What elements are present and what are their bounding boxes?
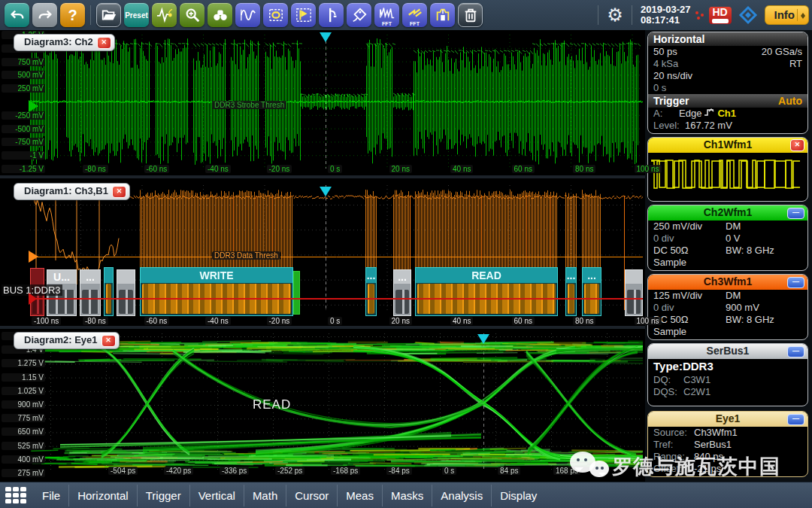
plot-area (0, 30, 645, 482)
bus-segment-write[interactable]: WRITE (140, 267, 293, 316)
ch3-card-header[interactable]: Ch3Wfm1 — (648, 275, 807, 290)
toolbar-measurement-button[interactable] (319, 3, 344, 27)
bus-segment-[interactable]: ... (80, 269, 101, 316)
menu-item-masks[interactable]: Masks (382, 485, 432, 506)
tab-diagram2[interactable]: Diagram2: Eye1 ✕ (14, 332, 120, 349)
toolbar-zoom-button[interactable] (180, 3, 205, 27)
bus-segment-[interactable]: ... (365, 267, 377, 316)
toolbar: ?PresetFFTFFT ⚙ 2019-03-27 08:17:41 HD I… (0, 0, 812, 30)
watermark-text: 罗德与施瓦茨中国 (612, 453, 780, 480)
diagram-splitter[interactable] (0, 175, 645, 178)
strobe-thresh-label: DDR3 Strobe Thresh (212, 101, 286, 109)
ch2-card-header[interactable]: Ch2Wfm1 — (648, 205, 807, 221)
toolbar-preset-button[interactable]: Preset (124, 3, 149, 27)
bus-level-marker[interactable] (29, 293, 43, 305)
bus-segment-[interactable]: ... (393, 269, 411, 316)
toolbar-histogram-button[interactable] (430, 3, 455, 27)
toolbar-redo-button[interactable] (32, 3, 57, 27)
bus-segment-read[interactable]: READ (415, 267, 558, 316)
toolbar-fft-analysis-button[interactable]: FFT (402, 3, 427, 27)
diagram-splitter[interactable] (0, 326, 645, 329)
horizontal-header[interactable]: Horizontal (648, 32, 807, 46)
minimize-icon[interactable]: — (787, 414, 804, 425)
zone-trigger-icon (268, 7, 284, 23)
trigger-position-marker[interactable] (320, 32, 332, 48)
bus-segment-[interactable]: ... (565, 267, 577, 316)
help-icon: ? (68, 7, 77, 24)
toolbar-search-button[interactable] (208, 3, 232, 27)
toolbar-undo-button[interactable] (5, 3, 29, 27)
menu-item-file[interactable]: File (34, 485, 68, 506)
toolbar-autoset-button[interactable] (152, 3, 177, 27)
trigger-source-value: Ch1 (717, 108, 736, 120)
menu-item-cursor[interactable]: Cursor (286, 485, 337, 506)
serbus-dq-label: DQ: (653, 374, 683, 386)
rt-mode-value: RT (789, 58, 802, 70)
axis-label: 500 mV (2, 71, 45, 79)
ch3-thresh-marker[interactable] (29, 251, 44, 263)
watermark: 罗德与施瓦茨中国 (570, 450, 780, 483)
serbus-card[interactable]: SerBus1 — Type:DDR3 DQ:C3W1 DQS:C2W1 (647, 343, 808, 406)
close-icon[interactable]: ✕ (102, 335, 116, 347)
menu-item-horizontal[interactable]: Horizontal (68, 485, 137, 506)
ch2-bandwidth: BW: 8 GHz (726, 245, 774, 257)
toolbar-spectrum-button[interactable]: FFT (374, 3, 399, 27)
axis-label: -80 ns (83, 317, 108, 325)
eye-reference-marker[interactable] (477, 334, 489, 350)
toolbar-annotation-button[interactable] (347, 3, 371, 27)
menu-item-meas[interactable]: Meas (337, 485, 382, 506)
toolbar-open-file-button[interactable] (96, 3, 121, 27)
menu-item-math[interactable]: Math (244, 485, 286, 506)
bus-segment[interactable] (117, 269, 135, 316)
apps-menu-button[interactable] (5, 487, 28, 505)
axis-label: -1.25 V (2, 165, 45, 173)
minimize-icon[interactable]: — (787, 346, 804, 357)
toolbar-trigger-actions-button[interactable] (291, 3, 316, 27)
axis-label: -20 ns (267, 165, 292, 173)
ch2-offset: 0 V (726, 233, 741, 245)
activity-indicator-icon (695, 10, 704, 20)
toolbar-vertical-scale-button[interactable] (235, 3, 260, 27)
ch1-signal-card[interactable]: Ch1Wfm1 ✕ (647, 137, 808, 202)
close-icon[interactable]: ✕ (112, 186, 126, 198)
eye-card-header[interactable]: Eye1 — (648, 412, 807, 427)
menu-item-analysis[interactable]: Analysis (432, 485, 491, 506)
sample-rate-value: 20 GSa/s (762, 46, 802, 58)
ch2-signal-card[interactable]: Ch2Wfm1 — 250 mV/divDM 0 div0 V DC 50ΩBW… (647, 205, 808, 271)
ch3-position: 0 div (653, 302, 726, 314)
tab-diagram1[interactable]: Diagram1: Ch3,B1 ✕ (14, 183, 130, 200)
toolbar-zone-trigger-button[interactable] (263, 3, 288, 27)
trigger-level-label: Level: (653, 120, 685, 132)
bus-segment[interactable] (293, 271, 300, 315)
delete-icon (462, 7, 479, 23)
menu-items: FileHorizontalTriggerVerticalMathCursorM… (34, 485, 545, 506)
toolbar-help-button[interactable]: ? (60, 3, 85, 27)
trigger-header[interactable]: TriggerAuto (648, 94, 807, 108)
trigger-position-marker[interactable] (320, 187, 332, 202)
minimize-icon[interactable]: — (787, 208, 804, 219)
close-icon[interactable]: ✕ (790, 139, 804, 151)
info-button[interactable]: Info (765, 5, 810, 25)
minimize-icon[interactable]: — (787, 277, 804, 288)
diagram3-waveform-canvas (30, 35, 643, 169)
ch1-card-header[interactable]: Ch1Wfm1 ✕ (648, 138, 807, 153)
bus-segment[interactable] (625, 269, 643, 316)
info-scroll-arrows[interactable] (797, 9, 806, 21)
signal-bar: Horizontal 50 ps20 GSa/s 4 kSaRT 20 ns/d… (645, 30, 812, 482)
tab-diagram3[interactable]: Diagram3: Ch2 ✕ (14, 34, 115, 51)
toolbar-delete-button[interactable] (458, 3, 483, 27)
ch2-offset-marker[interactable] (29, 100, 44, 112)
ch3-signal-card[interactable]: Ch3Wfm1 — 125 mV/divDM 0 div900 mV DC 50… (647, 274, 808, 340)
horizontal-trigger-card[interactable]: Horizontal 50 ps20 GSa/s 4 kSaRT 20 ns/d… (647, 32, 808, 134)
axis-label: 40 ns (450, 165, 473, 173)
menu-item-vertical[interactable]: Vertical (189, 485, 244, 506)
bus-segment-[interactable]: ... (582, 267, 601, 316)
toolbar-divider (632, 5, 632, 25)
menu-item-display[interactable]: Display (491, 485, 545, 506)
close-icon[interactable]: ✕ (97, 37, 111, 49)
serbus-card-header[interactable]: SerBus1 — (648, 344, 807, 359)
axis-label: 80 ns (573, 165, 595, 173)
menu-item-trigger[interactable]: Trigger (137, 485, 189, 506)
bus-segment[interactable] (104, 267, 114, 316)
settings-gear-button[interactable]: ⚙ (602, 3, 628, 27)
